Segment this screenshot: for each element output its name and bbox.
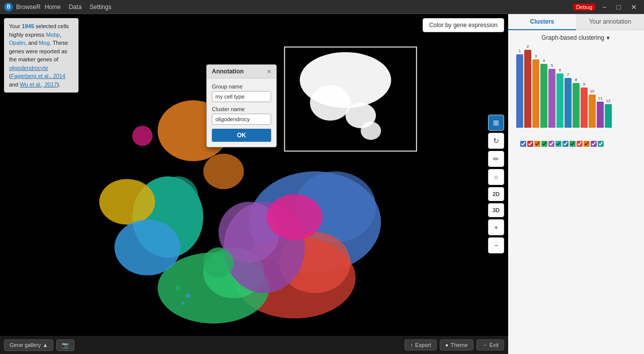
fagerberg-link[interactable]: Fagerberg et al., 2014 (11, 73, 65, 79)
cluster-name-input[interactable] (212, 114, 271, 125)
bar-col-1: 1 (516, 49, 523, 128)
annotation-dialog: Annotation × Group name Cluster name OK (206, 64, 277, 147)
bar-checkbox-5[interactable] (548, 141, 554, 147)
bar-checkbox-6[interactable] (555, 141, 561, 147)
app-logo: B (4, 3, 13, 12)
bar-rect-1[interactable] (516, 54, 523, 128)
bar-rect-11[interactable] (597, 102, 604, 128)
debug-badge: Debug (573, 4, 595, 11)
circle-icon: ○ (494, 173, 498, 181)
camera-icon: 📷 (62, 342, 69, 348)
bar-col-9: 9 (581, 82, 588, 128)
refresh-tool-button[interactable]: ↻ (488, 133, 504, 149)
title-bar-controls: Debug − □ ✕ (573, 0, 640, 14)
bar-label-2: 2 (527, 44, 529, 49)
title-bar: B BrowseR Home Data Settings Debug − □ ✕ (0, 0, 644, 14)
cluster-yellow (99, 179, 155, 225)
bar-label-10: 10 (590, 89, 595, 94)
bar-rect-6[interactable] (556, 73, 564, 128)
bar-rect-5[interactable] (548, 69, 555, 128)
menu-settings[interactable]: Settings (90, 4, 111, 11)
svg-point-15 (203, 153, 244, 189)
svg-point-13 (115, 220, 181, 276)
circle-tool-button[interactable]: ○ (488, 169, 504, 185)
exit-button[interactable]: → Exit (476, 339, 504, 350)
zoom-in-button[interactable]: + (488, 219, 504, 235)
color-by-gene-expression-button[interactable]: Color by gene expression (423, 18, 504, 32)
bar-checkbox-11[interactable] (591, 141, 597, 147)
theme-icon: ● (445, 342, 449, 348)
svg-point-22 (186, 294, 190, 298)
pen-tool-button[interactable]: ✏ (488, 151, 504, 167)
svg-point-21 (361, 122, 381, 140)
gene1-label: Mobp (46, 32, 60, 38)
theme-button[interactable]: ● Theme (440, 339, 473, 350)
oligodendrocyte-link[interactable]: oligodendrocyte (9, 65, 48, 71)
app-title: BrowseR (16, 4, 41, 11)
bar-col-7: 7 (565, 72, 572, 128)
bar-rect-2[interactable] (524, 50, 531, 128)
gene3-label: Mog (39, 40, 49, 46)
bar-chart: 123456789101112 (516, 47, 636, 138)
bar-col-6: 6 (556, 68, 564, 128)
bar-checkbox-3[interactable] (534, 141, 540, 147)
main-layout: Your 1945 selected cells highly express … (0, 14, 644, 354)
cluster-name-label: Cluster name (212, 106, 271, 112)
bar-checkbox-2[interactable] (527, 141, 533, 147)
bar-checkbox-10[interactable] (584, 141, 590, 147)
3d-button[interactable]: 3D (488, 203, 504, 217)
menu-data[interactable]: Data (69, 4, 82, 11)
zoom-out-button[interactable]: − (488, 237, 504, 253)
gene2-label: Opalin (9, 40, 25, 46)
bar-rect-8[interactable] (573, 83, 580, 128)
minimize-button[interactable]: − (599, 2, 609, 12)
tab-clusters[interactable]: Clusters (508, 14, 576, 30)
pen-icon: ✏ (493, 155, 499, 163)
canvas-toolbar: ⊞ ↻ ✏ ○ 2D 3D + − (488, 115, 504, 253)
tooltip-end: ). (57, 81, 60, 87)
exit-label: Exit (490, 342, 499, 348)
bar-rect-12[interactable] (605, 104, 612, 128)
theme-label: Theme (450, 342, 467, 348)
scatter-tool-button[interactable]: ⊞ (488, 115, 504, 131)
cluster-pink (267, 194, 323, 240)
bar-label-11: 11 (598, 96, 603, 101)
bar-label-8: 8 (575, 77, 577, 82)
bar-label-7: 7 (567, 72, 569, 77)
cluster-lightblue (115, 220, 181, 276)
bar-rect-7[interactable] (565, 78, 572, 128)
bar-checkbox-7[interactable] (562, 141, 569, 147)
gene-gallery-button[interactable]: Gene gallery ▲ (4, 339, 53, 351)
tab-your-annotation[interactable]: Your annotation (576, 14, 644, 29)
bar-col-10: 10 (589, 89, 596, 128)
ok-button[interactable]: OK (212, 129, 271, 142)
bar-rect-3[interactable] (532, 59, 539, 128)
menu-home[interactable]: Home (45, 4, 61, 11)
dialog-close-button[interactable]: × (267, 68, 271, 75)
tooltip-and: , and (25, 40, 39, 46)
tooltip-text-before: Your (9, 23, 22, 29)
bar-checkbox-4[interactable] (541, 141, 547, 147)
bar-chart-container: 123456789101112 (512, 45, 640, 150)
camera-button[interactable]: 📷 (56, 339, 74, 351)
bar-rect-9[interactable] (581, 87, 588, 128)
svg-point-24 (176, 286, 181, 291)
2d-button[interactable]: 2D (488, 187, 504, 201)
maximize-button[interactable]: □ (614, 2, 624, 12)
export-button[interactable]: ↑ Export (405, 339, 436, 350)
export-label: Export (415, 342, 431, 348)
bar-checkbox-8[interactable] (570, 141, 576, 147)
gene-gallery-label: Gene gallery ▲ (10, 342, 48, 348)
bar-checkbox-9[interactable] (577, 141, 583, 147)
clustering-header[interactable]: Graph-based clustering (512, 34, 640, 41)
scatter-icon: ⊞ (493, 119, 499, 127)
bar-rect-10[interactable] (589, 95, 596, 128)
bar-checkbox-1[interactable] (520, 141, 526, 147)
wu-link[interactable]: Wu et al., 2017 (20, 81, 57, 87)
close-button[interactable]: ✕ (628, 2, 640, 12)
group-name-input[interactable] (212, 91, 271, 102)
bar-checkbox-12[interactable] (598, 141, 604, 147)
bar-rect-4[interactable] (540, 64, 547, 128)
svg-point-16 (203, 247, 234, 278)
bar-col-4: 4 (540, 58, 547, 128)
